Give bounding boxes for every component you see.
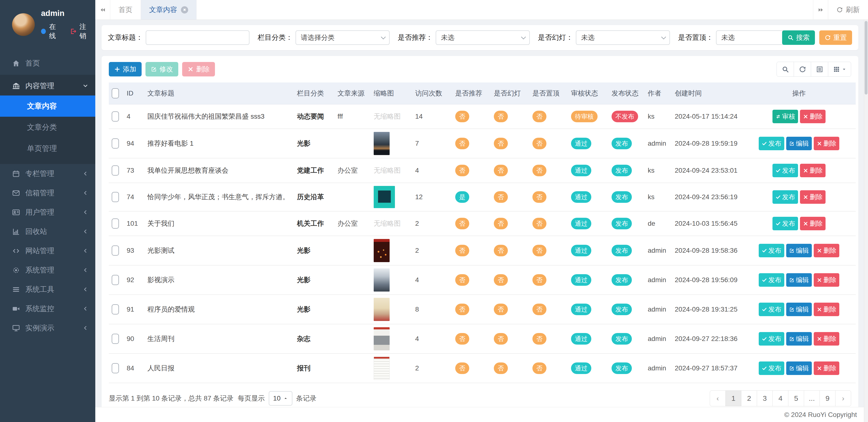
slide-badge: 否 bbox=[494, 138, 508, 149]
page-button-3[interactable]: 3 bbox=[757, 390, 773, 406]
tabs-scroll-right-button[interactable] bbox=[813, 0, 828, 20]
created-time: 2024-09-24 23:53:01 bbox=[672, 158, 742, 183]
user-avatar[interactable] bbox=[12, 13, 35, 36]
action-x-button[interactable]: 删除 bbox=[814, 244, 839, 257]
chevron-left-icon bbox=[82, 305, 89, 312]
action-check-button[interactable]: 发布 bbox=[759, 273, 784, 287]
page-button-1[interactable]: 1 bbox=[725, 390, 741, 406]
columns-button[interactable] bbox=[828, 62, 851, 77]
tabbar: 首页文章内容✖ 刷新 bbox=[95, 0, 868, 20]
tab-close-icon[interactable]: ✖ bbox=[181, 6, 188, 13]
sidebar-item-demo[interactable]: 实例演示 bbox=[0, 318, 95, 337]
action-check-button[interactable]: 发布 bbox=[759, 303, 784, 316]
action-x-button[interactable]: 删除 bbox=[800, 217, 826, 230]
category-select[interactable]: 请选择分类 bbox=[296, 30, 390, 45]
recommend-badge-cell: 否 bbox=[452, 265, 491, 295]
caret-down-icon bbox=[840, 67, 846, 72]
sidebar-item-mailbox-manage[interactable]: 信箱管理 bbox=[0, 183, 95, 202]
row-checkbox[interactable] bbox=[112, 246, 119, 256]
slide-select[interactable]: 未选 bbox=[576, 30, 670, 45]
logout-button[interactable]: 注销 bbox=[70, 22, 90, 40]
article-title-input[interactable] bbox=[146, 30, 249, 45]
recommend-badge: 否 bbox=[455, 138, 469, 149]
tab-article-content[interactable]: 文章内容✖ bbox=[141, 0, 197, 20]
tab-home[interactable]: 首页 bbox=[110, 0, 141, 20]
action-x-button[interactable]: 删除 bbox=[800, 190, 826, 204]
row-checkbox[interactable] bbox=[112, 219, 119, 229]
sidebar-item-home[interactable]: 首页 bbox=[0, 54, 95, 73]
sidebar-item-system-monitor[interactable]: 系统监控 bbox=[0, 299, 95, 318]
action-check-button[interactable]: 发布 bbox=[759, 244, 784, 257]
tabs-scroll-left-button[interactable] bbox=[95, 0, 110, 20]
add-button[interactable]: 添加 bbox=[109, 62, 142, 76]
sidebar-subitem-page-manage[interactable]: 单页管理 bbox=[0, 138, 95, 159]
sidebar-item-website-manage[interactable]: 网站管理 bbox=[0, 241, 95, 260]
pencilSq-icon bbox=[789, 141, 796, 147]
page-button-2[interactable]: 2 bbox=[741, 390, 757, 406]
actions-cell: 发布编辑删除 bbox=[742, 236, 856, 265]
page-button-9[interactable]: 9 bbox=[819, 390, 835, 406]
card-view-button[interactable] bbox=[811, 62, 828, 77]
action-label: 编辑 bbox=[796, 305, 809, 314]
action-pencilSq-button[interactable]: 编辑 bbox=[786, 137, 812, 150]
action-pencilSq-button[interactable]: 编辑 bbox=[786, 244, 812, 257]
reset-button[interactable]: 重置 bbox=[819, 30, 852, 45]
sidebar-subitem-article-content[interactable]: 文章内容 bbox=[0, 96, 95, 117]
sidebar-subitem-article-category[interactable]: 文章分类 bbox=[0, 117, 95, 138]
sidebar-item-user-manage[interactable]: 用户管理 bbox=[0, 202, 95, 222]
refresh-table-button[interactable] bbox=[794, 62, 811, 77]
action-x-button[interactable]: 删除 bbox=[800, 110, 826, 123]
show-search-button[interactable] bbox=[777, 62, 794, 77]
row-checkbox[interactable] bbox=[112, 192, 119, 202]
action-pencilSq-button[interactable]: 编辑 bbox=[786, 273, 812, 287]
action-x-button[interactable]: 删除 bbox=[814, 273, 839, 287]
action-label: 删除 bbox=[824, 334, 836, 343]
page-next-button[interactable]: › bbox=[835, 390, 851, 406]
scrollbar[interactable] bbox=[864, 20, 868, 422]
action-pencilSq-button[interactable]: 编辑 bbox=[786, 303, 812, 316]
table-header-row: ID文章标题栏目分类文章来源缩略图访问次数是否推荐是否幻灯是否置顶审核状态发布状… bbox=[109, 83, 856, 104]
action-check-button[interactable]: 发布 bbox=[772, 217, 798, 230]
row-checkbox[interactable] bbox=[112, 165, 119, 175]
row-checkbox[interactable] bbox=[112, 304, 119, 315]
sidebar-item-content-manage[interactable]: 内容管理 bbox=[0, 76, 95, 96]
select-all-checkbox[interactable] bbox=[112, 88, 119, 98]
action-x-button[interactable]: 删除 bbox=[814, 137, 839, 150]
action-x-button[interactable]: 删除 bbox=[800, 164, 826, 177]
check-icon bbox=[775, 221, 782, 226]
search-button[interactable]: 搜索 bbox=[782, 30, 815, 45]
page-size-select[interactable]: 10 bbox=[269, 391, 292, 405]
sidebar-item-recycle-bin[interactable]: 回收站 bbox=[0, 222, 95, 241]
refresh-tab-button[interactable]: 刷新 bbox=[828, 0, 868, 20]
action-check-button[interactable]: 发布 bbox=[759, 361, 784, 375]
action-x-button[interactable]: 删除 bbox=[814, 332, 839, 346]
row-checkbox[interactable] bbox=[112, 363, 119, 373]
sidebar-item-column-manage[interactable]: 专栏管理 bbox=[0, 164, 95, 183]
action-x-button[interactable]: 删除 bbox=[814, 303, 839, 316]
x-icon bbox=[817, 141, 824, 147]
action-check-button[interactable]: 发布 bbox=[772, 164, 798, 177]
action-pencilSq-button[interactable]: 编辑 bbox=[786, 361, 812, 375]
action-exchange-button[interactable]: 审核 bbox=[772, 110, 798, 123]
page-button-5[interactable]: 5 bbox=[788, 390, 804, 406]
audit-status-badge-cell: 通过 bbox=[568, 211, 609, 236]
row-checkbox[interactable] bbox=[112, 111, 119, 122]
select-value: 请选择分类 bbox=[301, 33, 381, 42]
recommend-select[interactable]: 未选 bbox=[436, 30, 530, 45]
scrollbar-thumb[interactable] bbox=[865, 21, 868, 95]
action-check-button[interactable]: 发布 bbox=[772, 190, 798, 204]
row-checkbox[interactable] bbox=[112, 138, 119, 149]
sidebar-item-system-tools[interactable]: 系统工具 bbox=[0, 280, 95, 299]
row-checkbox[interactable] bbox=[112, 334, 119, 344]
edit-button[interactable]: 修改 bbox=[146, 62, 178, 76]
page-ellipsis[interactable]: ... bbox=[804, 390, 820, 406]
action-check-button[interactable]: 发布 bbox=[759, 137, 784, 150]
row-checkbox[interactable] bbox=[112, 275, 119, 285]
page-button-4[interactable]: 4 bbox=[772, 390, 788, 406]
page-prev-button[interactable]: ‹ bbox=[710, 390, 726, 406]
action-check-button[interactable]: 发布 bbox=[759, 332, 784, 346]
delete-button[interactable]: 删除 bbox=[182, 62, 215, 76]
action-x-button[interactable]: 删除 bbox=[814, 361, 839, 375]
sidebar-item-system-manage[interactable]: 系统管理 bbox=[0, 260, 95, 280]
action-pencilSq-button[interactable]: 编辑 bbox=[786, 332, 812, 346]
